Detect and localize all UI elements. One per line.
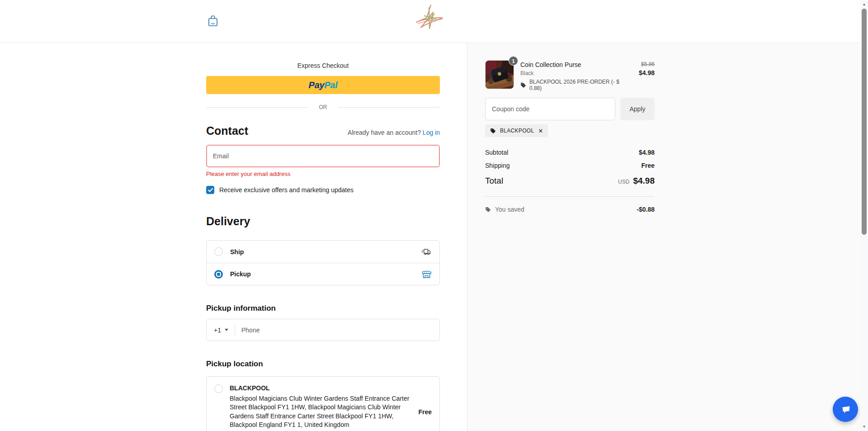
you-saved-label: You saved [495, 206, 524, 213]
store-icon [421, 269, 432, 279]
login-link[interactable]: Log in [423, 129, 440, 136]
totals-block: Subtotal $4.98 Shipping Free Total USD$4… [485, 149, 655, 213]
delivery-option-ship[interactable]: Ship [207, 241, 439, 263]
cart-line-item: 1 Coin Collection Purse Black BLACKPOOL … [485, 60, 655, 91]
subtotal-row: Subtotal $4.98 [485, 149, 655, 156]
product-variant: Black [520, 70, 632, 76]
subtotal-label: Subtotal [485, 149, 508, 156]
chevron-down-icon [225, 329, 228, 331]
shipping-row: Shipping Free [485, 162, 655, 169]
chat-button[interactable] [833, 397, 858, 422]
coupon-input[interactable] [485, 98, 615, 120]
pickup-label: Pickup [230, 270, 414, 278]
tag-icon [485, 207, 491, 213]
cart-bag-icon[interactable] [207, 15, 219, 28]
product-discount-tag: BLACKPOOL 2026 PRE-ORDER (- $ 0.88) [520, 79, 632, 91]
checkout-main: Express Checkout PayPal OR Contact Alrea… [206, 43, 440, 431]
email-field[interactable] [206, 145, 440, 167]
scroll-up-icon[interactable]: ▲ [860, 1, 868, 8]
phone-field[interactable] [241, 327, 432, 334]
account-prompt-text: Already have an account? [348, 129, 421, 136]
store-logo[interactable] [413, 2, 447, 33]
subtotal-value: $4.98 [639, 149, 655, 156]
ship-label: Ship [230, 248, 414, 256]
order-summary-content: 1 Coin Collection Purse Black BLACKPOOL … [485, 60, 655, 213]
pickup-radio[interactable] [214, 270, 223, 279]
currency-code: USD [618, 179, 629, 185]
product-title: Coin Collection Purse [520, 61, 632, 68]
coupon-row: Apply [485, 98, 655, 120]
quantity-badge: 1 [509, 56, 518, 66]
checkmark-icon [208, 188, 213, 192]
coupon-code-text: BLACKPOOL [500, 128, 534, 134]
ship-radio[interactable] [214, 247, 223, 256]
or-label: OR [319, 104, 327, 110]
purse-image [486, 61, 514, 89]
tag-icon [490, 128, 496, 134]
pickup-location-option[interactable]: BLACKPOOL Blackpool Magicians Club Winte… [206, 376, 440, 431]
shipping-value: Free [641, 162, 655, 169]
total-amount: $4.98 [633, 176, 655, 185]
apply-coupon-button[interactable]: Apply [620, 98, 655, 120]
shopping-bag-icon [208, 15, 218, 27]
delivery-options: Ship Pickup [206, 240, 440, 285]
express-checkout-label: Express Checkout [206, 62, 440, 69]
location-details: BLACKPOOL Blackpool Magicians Club Winte… [230, 384, 411, 431]
order-summary: 1 Coin Collection Purse Black BLACKPOOL … [467, 43, 860, 431]
field-divider [235, 325, 235, 335]
phone-field-group: +1 [206, 319, 440, 341]
pickup-location-title: Pickup location [206, 360, 440, 369]
scroll-down-icon[interactable]: ▼ [860, 423, 868, 430]
paypal-logo: PayPal [309, 80, 338, 90]
location-address: Blackpool Magicians Club Winter Gardens … [230, 394, 411, 429]
account-prompt: Already have an account? Log in [348, 129, 440, 136]
summary-divider [485, 196, 655, 197]
contact-header: Contact Already have an account? Log in [206, 124, 440, 137]
sidebar-divider [467, 43, 467, 431]
page-scrollbar[interactable]: ▲ ▼ [860, 0, 868, 431]
email-error-message: Please enter your email address [206, 171, 440, 177]
total-value: USD$4.98 [618, 176, 655, 186]
current-price: $4.98 [639, 69, 655, 76]
location-name: BLACKPOOL [230, 384, 411, 392]
header [0, 0, 860, 43]
tag-icon [520, 82, 526, 88]
delivery-option-pickup[interactable]: Pickup [207, 263, 439, 285]
delivery-title: Delivery [206, 215, 440, 228]
total-row: Total USD$4.98 [485, 176, 655, 186]
location-price: Free [418, 408, 432, 416]
location-radio[interactable] [214, 384, 223, 393]
divider-line [338, 107, 440, 108]
or-divider: OR [206, 104, 440, 110]
marketing-optin[interactable]: Receive exclusive offers and marketing u… [206, 186, 440, 194]
shipping-label: Shipping [485, 162, 510, 169]
remove-coupon-icon[interactable]: ✕ [538, 128, 543, 134]
truck-icon [421, 246, 432, 257]
pickup-information-title: Pickup information [206, 304, 440, 313]
divider-line [206, 107, 308, 108]
product-thumbnail [485, 60, 514, 89]
paypal-button[interactable]: PayPal [206, 76, 440, 94]
product-info: Coin Collection Purse Black BLACKPOOL 20… [520, 60, 632, 91]
you-saved-row: You saved -$0.88 [485, 206, 655, 213]
chat-bubble-icon [839, 403, 852, 416]
product-thumbnail-wrap: 1 [485, 60, 514, 89]
total-label: Total [485, 176, 503, 186]
marketing-checkbox[interactable] [206, 186, 214, 194]
scrollbar-thumb[interactable] [862, 9, 867, 235]
discount-tag-text: BLACKPOOL 2026 PRE-ORDER (- $ 0.88) [529, 79, 632, 91]
dial-code: +1 [214, 327, 221, 334]
marketing-label: Receive exclusive offers and marketing u… [219, 186, 354, 194]
applied-coupon-chip: BLACKPOOL ✕ [485, 124, 548, 137]
contact-title: Contact [206, 124, 248, 137]
star-logo-icon [413, 2, 447, 33]
checkout-page: Express Checkout PayPal OR Contact Alrea… [0, 0, 868, 431]
original-price: $5.86 [639, 61, 655, 67]
country-code-select[interactable]: +1 [214, 327, 228, 334]
you-saved-value: -$0.88 [637, 206, 655, 213]
product-prices: $5.86 $4.98 [639, 60, 655, 91]
